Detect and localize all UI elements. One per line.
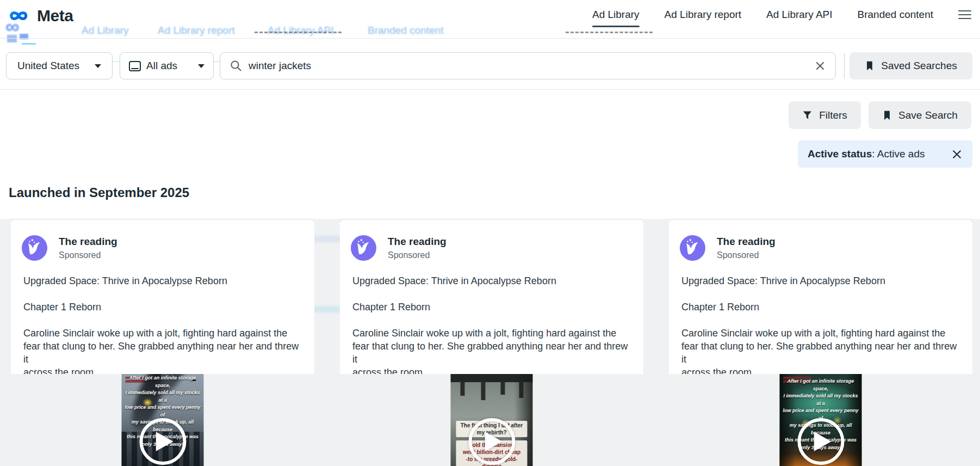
saved-searches-button[interactable]: Saved Searches (849, 52, 972, 79)
page-name[interactable]: The reading (717, 236, 776, 248)
meta-infinity-icon (9, 8, 34, 23)
ghost-nav-artifact: Ad Library report (158, 24, 235, 36)
ad-body-text: Caroline Sinclair woke up with a jolt, f… (681, 327, 960, 379)
chip-text: Active status: Active ads (808, 148, 925, 160)
search-row-divider (0, 89, 980, 90)
ad-card: The reading Sponsored Upgraded Space: Th… (340, 219, 643, 466)
chip-label-bold: Active status (808, 148, 872, 160)
ghost-artifact (7, 35, 17, 42)
ghost-nav-artifact: Ad Library API (268, 24, 333, 36)
bookmark-icon (865, 60, 874, 72)
play-button[interactable] (468, 418, 515, 465)
filters-button[interactable]: Filters (789, 101, 861, 129)
ad-media-band: After I got an infinite storage space, I… (11, 374, 314, 466)
save-search-label: Save Search (898, 109, 958, 121)
ad-media-band: The first thing I did after my rebirth? … (340, 374, 643, 466)
meta-logo[interactable]: Meta (9, 7, 73, 25)
page-avatar-whale-icon[interactable] (680, 235, 705, 261)
search-icon (230, 60, 242, 72)
ad-chapter-line: Chapter 1 Reborn (352, 302, 430, 313)
devices-icon (129, 61, 141, 71)
sponsored-label: Sponsored (388, 250, 430, 260)
saved-searches-label: Saved Searches (881, 60, 957, 72)
filters-label: Filters (819, 109, 847, 121)
ad-body-text: Caroline Sinclair woke up with a jolt, f… (23, 327, 302, 379)
ad-title-line: Upgraded Space: Thrive in Apocalypse Reb… (681, 275, 885, 287)
chevron-down-icon (95, 64, 101, 68)
section-title: Launched in September 2025 (9, 185, 189, 200)
ad-body-text: Caroline Sinclair woke up with a jolt, f… (352, 327, 631, 379)
top-nav: Ad Library Ad Library report Ad Library … (592, 9, 971, 21)
ad-card: The reading Sponsored Upgraded Space: Th… (669, 219, 972, 466)
ghost-artifact (255, 32, 342, 35)
ghost-artifact (566, 32, 653, 35)
ad-title-line: Upgraded Space: Thrive in Apocalypse Reb… (352, 275, 556, 287)
ad-type-select-value: All ads (146, 60, 177, 72)
filter-funnel-icon (802, 110, 812, 120)
bookmark-icon (882, 109, 892, 121)
save-search-button[interactable]: Save Search (869, 101, 971, 129)
ad-chapter-line: Chapter 1 Reborn (681, 302, 759, 313)
active-status-chip: Active status: Active ads (798, 140, 972, 168)
header-divider (0, 38, 980, 39)
top-header: ∞ Ad Library Ad Library report Ad Librar… (0, 0, 980, 38)
ad-media-band: After I got an infinite storage space, I… (669, 374, 972, 466)
page-avatar-whale-icon[interactable] (351, 235, 376, 261)
ghost-artifact (22, 43, 36, 45)
results-grid: The reading Sponsored Upgraded Space: Th… (0, 219, 980, 466)
page-name[interactable]: The reading (59, 236, 117, 248)
ad-title-line: Upgraded Space: Thrive in Apocalypse Reb… (23, 275, 227, 287)
chip-label-rest: : Active ads (872, 148, 925, 160)
play-button[interactable] (797, 418, 844, 465)
remove-filter-icon[interactable] (951, 149, 963, 160)
ad-card: The reading Sponsored Upgraded Space: Th… (11, 219, 314, 466)
play-icon (485, 432, 503, 451)
page-name[interactable]: The reading (388, 236, 446, 248)
country-select-value: United States (17, 60, 79, 72)
nav-ad-library[interactable]: Ad Library (592, 9, 640, 21)
keyword-search-field[interactable] (220, 52, 836, 79)
logo-wordmark: Meta (37, 7, 73, 25)
clear-search-icon[interactable] (815, 60, 826, 71)
nav-ad-library-api[interactable]: Ad Library API (766, 9, 832, 21)
play-icon (156, 432, 173, 451)
nav-branded-content[interactable]: Branded content (858, 9, 933, 21)
ad-type-select[interactable]: All ads (120, 52, 214, 79)
sponsored-label: Sponsored (717, 250, 759, 260)
play-icon (814, 432, 832, 451)
video-thumbnail[interactable]: After I got an infinite storage space, I… (122, 374, 204, 466)
video-thumbnail[interactable]: The first thing I did after my rebirth? … (451, 374, 533, 466)
search-input[interactable] (249, 60, 808, 72)
ad-chapter-line: Chapter 1 Reborn (23, 302, 101, 313)
sponsored-label: Sponsored (59, 250, 101, 260)
video-thumbnail[interactable]: After I got an infinite storage space, I… (780, 374, 862, 466)
ghost-nav-artifact: Branded content (368, 24, 443, 36)
chevron-down-icon (198, 64, 204, 68)
ghost-nav-artifact: Ad Library (82, 24, 129, 36)
play-button[interactable] (139, 418, 186, 465)
nav-ad-library-report[interactable]: Ad Library report (665, 9, 742, 21)
hamburger-menu-icon[interactable] (958, 10, 971, 20)
country-select[interactable]: United States (6, 52, 113, 79)
vertical-divider (844, 53, 845, 78)
page-avatar-whale-icon[interactable] (22, 235, 47, 261)
